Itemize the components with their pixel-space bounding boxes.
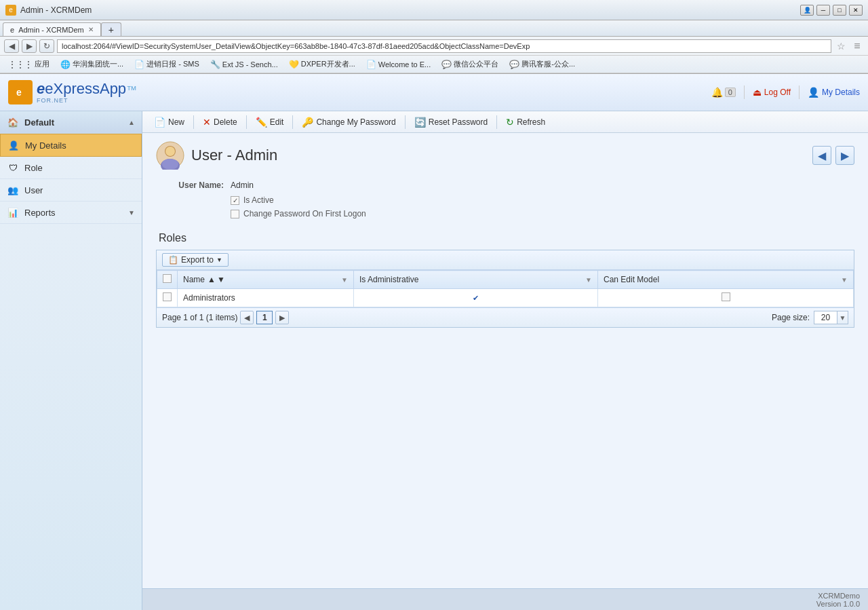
forward-button[interactable]: ▶ [22,39,37,53]
name-sort-icon[interactable]: ▲ ▼ [208,275,225,284]
reset-password-button[interactable]: 🔄 Reset Password [408,114,494,130]
minimize-button[interactable]: ─ [816,5,830,16]
page-size-dropdown-button[interactable]: ▼ [837,311,848,324]
edit-button[interactable]: ✏️ Edit [250,114,290,130]
name-filter-icon[interactable]: ▼ [341,276,348,284]
tab-title: Admin - XCRMDem [18,26,84,34]
bookmark-3[interactable]: 🔧 Ext JS - Sench... [206,58,282,71]
app-header: e eeXpressApp™ FOR.NET 🔔 0 ⏏ Log Off [0,74,868,111]
tab-close-button[interactable]: ✕ [88,26,94,33]
header-checkbox[interactable] [163,274,172,283]
page-size-value[interactable]: 20 [814,311,837,324]
content-column: 📄 New ✕ Delete ✏️ Edit 🔑 Change My Passw… [142,111,868,610]
new-button[interactable]: 📄 New [148,114,191,130]
can-edit-col-label: Can Edit Model [604,275,659,284]
bell-icon: 🔔 [711,87,723,98]
bookmark-6-label: 微信公众平台 [454,59,498,69]
sidebar-section-default[interactable]: 🏠 Default ▲ [0,111,142,134]
active-tab[interactable]: e Admin - XCRMDem ✕ [3,22,101,36]
reload-button[interactable]: ↻ [39,39,54,53]
bookmark-4[interactable]: 💛 DXPER开发者... [285,58,359,71]
row-checkbox[interactable] [163,292,172,301]
sidebar-mydetails-label: My Details [25,140,134,151]
is-admin-col-label: Is Administrative [359,275,418,284]
sidebar-item-role[interactable]: 🛡 Role [0,157,142,179]
logo-text-block: eeXpressApp™ FOR.NET [37,81,137,104]
url-input[interactable] [57,39,831,53]
bookmark-5-label: Welcome to E... [378,60,431,69]
sidebar-reports-label: Reports [24,208,123,218]
is-active-row: Is Active [231,195,854,205]
menu-icon[interactable]: ≡ [850,39,864,53]
back-button[interactable]: ◀ [4,39,19,53]
pagination: Page 1 of 1 (1 items) ◀ 1 ▶ Page size: 2… [157,307,854,327]
can-edit-checkbox-unchecked[interactable] [722,292,730,301]
bookmark-label: 应用 [35,59,50,69]
role-icon: 🛡 [7,161,19,174]
prev-page-button[interactable]: ◀ [240,311,254,324]
app-container: e eeXpressApp™ FOR.NET 🔔 0 ⏏ Log Off [0,74,868,610]
restore-button[interactable]: □ [833,5,846,16]
row-can-edit-cell [598,289,854,307]
bookmark-2[interactable]: 📄 进销日报 - SMS [130,58,203,71]
delete-button[interactable]: ✕ Delete [197,114,243,130]
is-active-checkbox[interactable] [231,196,239,205]
table-row: Administrators ✔ [157,289,854,307]
header-divider-2 [799,85,800,99]
sidebar-item-reports[interactable]: 📊 Reports ▼ [0,202,142,224]
bookmark-1[interactable]: 🌐 华润集团统一... [56,58,127,71]
header-divider-1 [744,85,745,99]
change-password-label: Change My Password [316,117,395,127]
bookmark-5[interactable]: 📄 Welcome to E... [362,58,435,71]
person-icon[interactable]: 👤 [800,5,814,16]
bookmark-5-icon: 📄 [366,60,376,69]
refresh-icon: ↻ [506,117,514,128]
col-header-name: Name ▲ ▼ ▼ [178,271,354,289]
logoff-label: Log Off [764,88,791,97]
notification-count: 0 [725,88,736,97]
next-record-button[interactable]: ▶ [835,146,854,165]
default-arrow-icon: ▲ [128,119,135,126]
sidebar-user-label: User [24,185,135,195]
toolbar-sep-1 [193,115,194,129]
refresh-button[interactable]: ↻ Refresh [500,114,551,130]
prev-record-button[interactable]: ◀ [812,146,831,165]
bookmark-7[interactable]: 💬 腾讯客服-公众... [505,58,579,71]
footer-version: Version 1.0.0 [816,600,860,608]
next-page-button[interactable]: ▶ [275,311,289,324]
form-section: User Name: Admin Is Active Change Passwo… [156,180,854,218]
sidebar-default-label: Default [24,117,123,128]
title-text: Admin - XCRMDem [20,5,800,15]
new-label: New [168,117,184,127]
tab-icon: e [10,26,14,34]
bookmark-6[interactable]: 💬 微信公众平台 [437,58,502,71]
sidebar-item-user[interactable]: 👥 User [0,179,142,202]
can-edit-filter-icon[interactable]: ▼ [841,276,848,284]
change-password-button[interactable]: 🔑 Change My Password [296,114,401,130]
roles-toolbar: 📋 Export to ▼ [157,250,854,270]
reports-icon: 📊 [7,206,19,218]
username-row: User Name: Admin [156,180,854,190]
svg-point-6 [162,159,178,170]
export-to-button[interactable]: 📋 Export to ▼ [162,253,229,267]
new-tab-button[interactable]: + [101,22,121,36]
is-admin-filter-icon[interactable]: ▼ [585,276,592,284]
sidebar-item-my-details[interactable]: 👤 My Details [0,134,142,157]
new-tab-icon: + [108,24,114,35]
close-button[interactable]: ✕ [849,5,863,16]
mydetails-label: My Details [822,88,860,97]
current-page: 1 [256,311,273,324]
sidebar: 🏠 Default ▲ 👤 My Details 🛡 Role 👥 User [0,111,142,610]
bookmark-6-icon: 💬 [441,60,452,69]
svg-point-5 [165,147,175,156]
logo-for: FOR.NET [37,97,137,104]
logoff-button[interactable]: ⏏ Log Off [753,87,791,98]
change-password-checkbox[interactable] [231,210,239,218]
mydetails-button[interactable]: 👤 My Details [808,87,860,98]
bookmark-star-icon[interactable]: ☆ [834,39,848,53]
mydetails-icon: 👤 [808,87,819,98]
notification-button[interactable]: 🔔 0 [711,87,736,98]
default-icon: 🏠 [7,116,19,128]
toolbar-sep-4 [405,115,406,129]
bookmark-apps[interactable]: ⋮⋮⋮ 应用 [4,58,54,71]
